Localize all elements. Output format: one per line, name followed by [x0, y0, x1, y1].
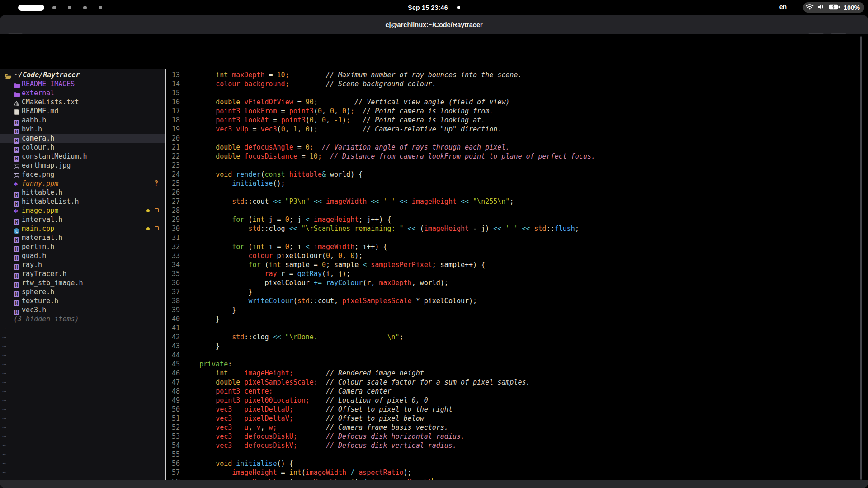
notification-dot-icon	[457, 6, 460, 9]
tree-item-constantmedium-h[interactable]: HconstantMedium.h	[0, 152, 165, 161]
code-line-56[interactable]: 56 void initialise() {	[167, 459, 859, 468]
code-line-52[interactable]: 52 vec3 u, v, w; // Camera frame basis v…	[167, 423, 859, 432]
tree-item-vec3-h[interactable]: Hvec3.h	[0, 305, 165, 314]
tree-item-material-h[interactable]: Hmaterial.h	[0, 233, 165, 242]
code-line-29[interactable]: 29 for (int j = 0; j < imageHeight; j++)…	[167, 215, 859, 224]
code-line-31[interactable]: 31	[167, 233, 859, 242]
code-line-36[interactable]: 36 pixelColour += rayColour(r, maxDepth,…	[167, 278, 859, 287]
code-line-28[interactable]: 28	[167, 206, 859, 215]
line-number: 56	[167, 459, 180, 468]
code-line-22[interactable]: 22 double focusDistance = 10; // Distanc…	[167, 152, 859, 161]
tree-item-hittablelist-h[interactable]: HhittableList.h	[0, 197, 165, 206]
tree-item-external[interactable]: external	[0, 89, 165, 98]
tree-item-bvh-h[interactable]: Hbvh.h	[0, 125, 165, 134]
code-line-54[interactable]: 54 vec3 defocusDiskV; // Defocus disk ve…	[167, 441, 859, 450]
code-line-41[interactable]: 41	[167, 324, 859, 333]
tree-item--3-hidden-items-[interactable]: (3 hidden items)	[0, 314, 165, 324]
tree-item-rtw-stb-image-h[interactable]: Hrtw_stb_image.h	[0, 278, 165, 287]
tree-item-face-png[interactable]: face.png	[0, 170, 165, 179]
code-line-20[interactable]: 20	[167, 134, 859, 143]
code-line-46[interactable]: 46 int imageHeight; // Rendered image he…	[167, 369, 859, 378]
window-separator[interactable]	[165, 69, 166, 488]
code-line-26[interactable]: 26	[167, 188, 859, 197]
tree-item-readme-images[interactable]: README_IMAGES	[0, 80, 165, 89]
tree-item-earthmap-jpg[interactable]: earthmap.jpg	[0, 161, 165, 170]
code-line-19[interactable]: 19 vec3 vUp = vec3(0, 1, 0); // Camera-r…	[167, 125, 859, 134]
neotree-file-explorer[interactable]: ~/Code/RaytracerREADME_IMAGESexternalCMa…	[0, 69, 165, 488]
system-status-pill[interactable]: 100%	[803, 2, 864, 13]
code-line-40[interactable]: 40 }	[167, 314, 859, 324]
tree-item-main-cpp[interactable]: Cmain.cpp	[0, 224, 165, 233]
tree-item-aabb-h[interactable]: Haabb.h	[0, 116, 165, 125]
code-line-21[interactable]: 21 double defocusAngle = 0; // Variation…	[167, 143, 859, 152]
tree-item-label: camera.h	[22, 134, 54, 143]
tree-item-sphere-h[interactable]: Hsphere.h	[0, 287, 165, 296]
tree-item-interval-h[interactable]: Hinterval.h	[0, 215, 165, 224]
tree-item-texture-h[interactable]: Htexture.h	[0, 296, 165, 305]
code-line-25[interactable]: 25 initialise();	[167, 179, 859, 188]
tree-item-colour-h[interactable]: Hcolour.h	[0, 143, 165, 152]
line-number: 50	[167, 405, 180, 414]
line-number: 53	[167, 432, 180, 441]
buffer-modified-icon	[146, 209, 150, 212]
terminal-titlebar[interactable]: cj@archlinux:~/Code/Raytracer ×	[0, 15, 868, 34]
code-line-16[interactable]: 16 double vFieldOfView = 90; // Vertical…	[167, 98, 859, 107]
code-line-44[interactable]: 44	[167, 351, 859, 360]
code-line-51[interactable]: 51 vec3 pixelDeltaV; // Offset to pixel …	[167, 414, 859, 423]
tree-item-image-ppm[interactable]: *image.ppm	[0, 206, 165, 215]
code-line-15[interactable]: 15	[167, 89, 859, 98]
code-line-53[interactable]: 53 vec3 defocusDiskU; // Defocus disk ho…	[167, 432, 859, 441]
code-line-17[interactable]: 17 point3 lookFrom = point3(0, 0, 0); //…	[167, 107, 859, 116]
tree-item-perlin-h[interactable]: Hperlin.h	[0, 242, 165, 251]
tree-item-hittable-h[interactable]: Hhittable.h	[0, 188, 165, 197]
code-line-23[interactable]: 23	[167, 161, 859, 170]
code-line-42[interactable]: 42 std::clog << "\rDone. \n";	[167, 333, 859, 342]
tree-item-camera-h[interactable]: Hcamera.h	[0, 134, 165, 143]
keyboard-layout-indicator[interactable]: en	[779, 3, 787, 10]
code-line-14[interactable]: 14 colour background; // Scene backgroun…	[167, 80, 859, 89]
code-line-33[interactable]: 33 colour pixelColour(0, 0, 0);	[167, 251, 859, 260]
code-line-text: }	[199, 287, 252, 296]
code-line-39[interactable]: 39 }	[167, 305, 859, 314]
code-line-34[interactable]: 34 for (int sample = 0; sample < samples…	[167, 260, 859, 269]
code-buffer[interactable]: 13 int maxDepth = 10; // Maximum number …	[167, 70, 859, 488]
git-modified-icon	[155, 226, 159, 230]
tree-item-ray-h[interactable]: Hray.h	[0, 260, 165, 269]
code-line-55[interactable]: 55	[167, 450, 859, 459]
code-line-27[interactable]: 27 std::cout << "P3\n" << imageWidth << …	[167, 197, 859, 206]
code-line-32[interactable]: 32 for (int i = 0; i < imageWidth; i++) …	[167, 242, 859, 251]
tree-item-funny-ppm[interactable]: *funny.ppm?	[0, 179, 165, 188]
code-line-24[interactable]: 24 void render(const hittable& world) {	[167, 170, 859, 179]
code-line-48[interactable]: 48 point3 centre; // Camera center	[167, 387, 859, 396]
line-number: 47	[167, 378, 180, 387]
code-line-37[interactable]: 37 }	[167, 287, 859, 296]
code-line-text: int maxDepth = 10; // Maximum number of …	[199, 70, 522, 80]
tree-item-quad-h[interactable]: Hquad.h	[0, 251, 165, 260]
code-line-45[interactable]: 45private:	[167, 360, 859, 369]
line-number: 16	[167, 98, 180, 107]
tree-item-label: README.md	[22, 107, 58, 116]
tree-item-readme-md[interactable]: README.md	[0, 107, 165, 116]
tree-root[interactable]: ~/Code/Raytracer	[0, 70, 165, 80]
tree-item-raytracer-h[interactable]: HrayTracer.h	[0, 269, 165, 278]
clock[interactable]: Sep 15 23:46	[408, 4, 448, 11]
line-number: 23	[167, 161, 180, 170]
code-line-43[interactable]: 43 }	[167, 342, 859, 351]
code-line-35[interactable]: 35 ray r = getRay(i, j);	[167, 269, 859, 278]
terminal-scrollbar[interactable]	[860, 36, 862, 480]
code-line-57[interactable]: 57 imageHeight = int(imageWidth / aspect…	[167, 468, 859, 477]
empty-line-tilde: ~	[2, 387, 6, 396]
code-line-50[interactable]: 50 vec3 pixelDeltaU; // Offset to pixel …	[167, 405, 859, 414]
code-line-30[interactable]: 30 std::clog << "\rScanlines remaining: …	[167, 224, 859, 233]
code-line-18[interactable]: 18 point3 lookAt = point3(0, 0, -1); // …	[167, 116, 859, 125]
line-number: 39	[167, 305, 180, 314]
line-number: 19	[167, 125, 180, 134]
code-line-13[interactable]: 13 int maxDepth = 10; // Maximum number …	[167, 70, 859, 80]
code-line-text: void render(const hittable& world) {	[199, 170, 363, 179]
code-line-38[interactable]: 38 writeColour(std::cout, pixelSamplesSc…	[167, 296, 859, 305]
code-line-47[interactable]: 47 double pixelSamplesScale; // Colour s…	[167, 378, 859, 387]
code-line-49[interactable]: 49 point3 pixel00Location; // Location o…	[167, 396, 859, 405]
tree-item-cmakelists-txt[interactable]: CMakeLists.txt	[0, 98, 165, 107]
clock-area[interactable]: Sep 15 23:46	[0, 0, 868, 15]
terminal-bottom-edge	[0, 480, 868, 488]
